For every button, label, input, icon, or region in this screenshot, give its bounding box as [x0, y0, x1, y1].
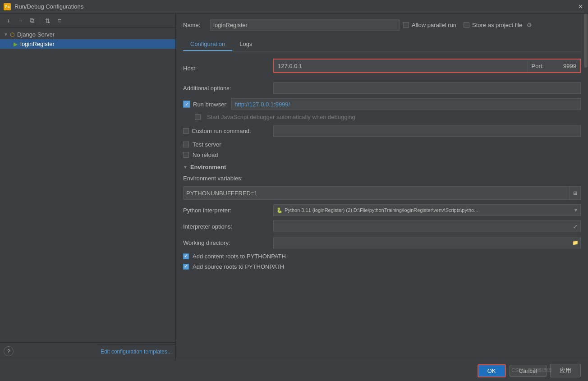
- test-server-checkbox[interactable]: [183, 142, 189, 147]
- allow-parallel-label: Allow parallel run: [412, 22, 456, 28]
- no-reload-checkbox[interactable]: [183, 152, 189, 158]
- add-content-roots-label: Add content roots to PYTHONPATH: [193, 253, 286, 260]
- edit-config-templates-link[interactable]: Edit configuration templates...: [97, 344, 175, 358]
- right-panel: Name: Allow parallel run Store as projec…: [176, 14, 588, 360]
- additional-options-input[interactable]: [273, 82, 581, 94]
- python-icon: 🐍: [276, 207, 283, 213]
- run-browser-row: ✓ Run browser:: [183, 98, 581, 110]
- test-server-label: Test server: [193, 141, 221, 148]
- name-input[interactable]: [210, 19, 400, 31]
- port-label: Port:: [528, 63, 547, 69]
- sort-config-button[interactable]: ≡: [55, 16, 64, 26]
- working-directory-folder-button[interactable]: 📁: [570, 237, 581, 248]
- main-container: + − ⧉ ⇅ ≡ ▼ ⬡ Django Server ▶ loginRegis…: [0, 14, 588, 360]
- tree-item-login-register[interactable]: ▶ loginRegister: [0, 39, 175, 49]
- watermark: CSDN @王晔哔哔: [512, 367, 552, 374]
- python-interpreter-row: Python interpreter: 🐍 Python 3.11 (login…: [183, 204, 581, 216]
- app-icon: Pc: [4, 3, 11, 10]
- interpreter-options-row: Interpreter options: ⤢: [183, 220, 581, 232]
- additional-options-label: Additional options:: [183, 85, 273, 92]
- left-panel: + − ⧉ ⇅ ≡ ▼ ⬡ Django Server ▶ loginRegis…: [0, 14, 176, 360]
- no-reload-label: No reload: [193, 151, 218, 158]
- interpreter-value: Python 3.11 (loginRegister) (2) D:\File\…: [285, 207, 578, 213]
- title-bar: Pc Run/Debug Configurations ✕: [0, 0, 588, 14]
- tree-group-django-server[interactable]: ▼ ⬡ Django Server: [0, 30, 175, 39]
- working-directory-row: Working directory: 📁: [183, 237, 581, 248]
- interpreter-options-label: Interpreter options:: [183, 223, 273, 230]
- custom-run-label: Custom run command:: [192, 128, 251, 134]
- django-server-icon: ⬡: [10, 32, 14, 38]
- host-label: Host:: [183, 65, 273, 72]
- dialog-title: Run/Debug Configurations: [14, 3, 576, 10]
- add-source-roots-checkbox[interactable]: ✓: [183, 264, 189, 270]
- run-browser-label: Run browser:: [193, 101, 228, 108]
- js-debug-label: Start JavaScript debugger automatically …: [207, 114, 355, 120]
- host-input[interactable]: [275, 60, 528, 71]
- interpreter-options-expand-button[interactable]: ⤢: [570, 220, 581, 232]
- config-tabs: Configuration Logs: [183, 38, 581, 51]
- environment-section: ▼ Environment: [183, 164, 581, 170]
- store-as-project-checkbox-row[interactable]: Store as project file ⚙: [464, 22, 532, 28]
- custom-run-row: Custom run command:: [183, 125, 581, 137]
- env-vars-area: ⊞: [183, 186, 581, 200]
- tab-logs[interactable]: Logs: [232, 38, 259, 51]
- ok-button[interactable]: OK: [478, 364, 506, 377]
- environment-arrow-icon: ▼: [183, 165, 188, 170]
- left-panel-bottom: ? Edit configuration templates...: [0, 342, 175, 360]
- store-as-project-label: Store as project file: [472, 22, 522, 28]
- js-debug-row: Start JavaScript debugger automatically …: [183, 114, 581, 120]
- copy-config-button[interactable]: ⧉: [27, 16, 37, 26]
- scrollbar-track[interactable]: [583, 14, 588, 360]
- interpreter-dropdown-icon: ▼: [573, 207, 579, 213]
- env-vars-label: Environment variables:: [183, 175, 273, 182]
- python-interpreter-select[interactable]: 🐍 Python 3.11 (loginRegister) (2) D:\Fil…: [273, 204, 581, 216]
- allow-parallel-checkbox[interactable]: [403, 22, 409, 28]
- tree-group-arrow: ▼: [4, 32, 8, 37]
- add-source-roots-label: Add source roots to PYTHONPATH: [193, 263, 284, 270]
- add-config-button[interactable]: +: [4, 16, 14, 26]
- scrollbar-thumb[interactable]: [584, 14, 588, 68]
- tree-toolbar: + − ⧉ ⇅ ≡: [0, 14, 175, 28]
- custom-run-input[interactable]: [273, 125, 581, 137]
- test-server-row: Test server: [183, 141, 581, 148]
- allow-parallel-checkbox-row[interactable]: Allow parallel run: [403, 22, 456, 28]
- close-button[interactable]: ✕: [576, 3, 584, 11]
- store-project-gear-icon[interactable]: ⚙: [527, 22, 532, 28]
- interpreter-options-input[interactable]: [273, 220, 570, 232]
- name-row: Name: Allow parallel run Store as projec…: [183, 19, 581, 31]
- bottom-bar: OK Cancel 应用: [0, 360, 588, 381]
- window-controls: ✕: [576, 3, 584, 11]
- environment-section-title: Environment: [190, 164, 226, 170]
- env-vars-input[interactable]: [183, 186, 570, 200]
- js-debug-checkbox[interactable]: [195, 114, 201, 120]
- config-item-icon: ▶: [14, 41, 18, 47]
- working-directory-label: Working directory:: [183, 239, 273, 246]
- config-tree: ▼ ⬡ Django Server ▶ loginRegister: [0, 28, 175, 342]
- tree-item-label: loginRegister: [20, 41, 55, 47]
- working-directory-input[interactable]: [273, 237, 570, 248]
- toolbar-divider: [40, 17, 40, 24]
- run-browser-url-input[interactable]: [231, 98, 581, 110]
- run-browser-checkbox[interactable]: ✓: [183, 101, 190, 108]
- tree-group-label: Django Server: [17, 31, 55, 38]
- move-config-button[interactable]: ⇅: [43, 16, 53, 26]
- env-vars-row: Environment variables:: [183, 175, 581, 182]
- add-content-roots-checkbox[interactable]: ✓: [183, 253, 189, 259]
- store-as-project-checkbox[interactable]: [464, 22, 469, 28]
- host-port-form-row: Host: Port:: [183, 59, 581, 78]
- python-interpreter-label: Python interpreter:: [183, 207, 273, 214]
- apply-button[interactable]: 应用: [550, 364, 581, 377]
- additional-options-row: Additional options:: [183, 82, 581, 94]
- add-content-roots-row: ✓ Add content roots to PYTHONPATH: [183, 253, 581, 260]
- port-input[interactable]: [547, 60, 579, 71]
- options-row: Allow parallel run Store as project file…: [403, 22, 532, 28]
- tab-configuration[interactable]: Configuration: [183, 38, 232, 51]
- env-vars-expand-button[interactable]: ⊞: [570, 186, 581, 200]
- name-label: Name:: [183, 22, 210, 28]
- add-source-roots-row: ✓ Add source roots to PYTHONPATH: [183, 263, 581, 270]
- host-port-container: Port:: [273, 59, 581, 73]
- help-button[interactable]: ?: [4, 346, 14, 356]
- custom-run-checkbox[interactable]: [183, 128, 189, 134]
- remove-config-button[interactable]: −: [15, 16, 25, 26]
- no-reload-row: No reload: [183, 151, 581, 158]
